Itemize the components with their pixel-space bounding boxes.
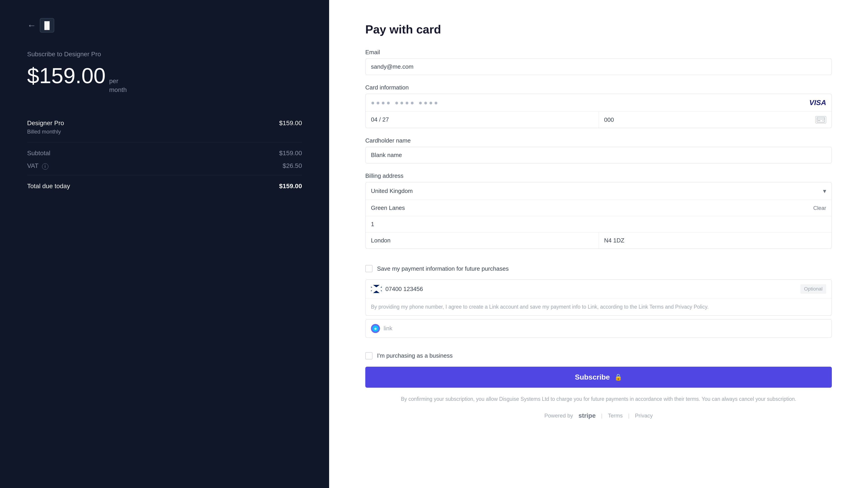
save-payment-label: Save my payment information for future p…	[377, 265, 508, 272]
order-item-amount: $159.00	[279, 120, 302, 127]
privacy-link[interactable]: Privacy	[635, 413, 653, 419]
street-row: Green Lanes Clear	[366, 200, 832, 216]
subscribe-label: Subscribe to Designer Pro	[27, 51, 302, 58]
card-section: Card information ●●●● ●●●● ●●●● VISA 04 …	[365, 84, 832, 128]
back-button[interactable]: ← ▐▌	[27, 18, 302, 33]
card-container: ●●●● ●●●● ●●●● VISA 04 / 27 000	[365, 94, 832, 128]
phone-input[interactable]: 07400 123456	[385, 286, 800, 293]
total-label: Total due today	[27, 183, 70, 190]
footer-row: Powered by stripe | Terms | Privacy	[365, 412, 832, 419]
subscribe-button[interactable]: Subscribe 🔒	[365, 367, 832, 388]
page-title: Pay with card	[365, 23, 832, 36]
link-section[interactable]: ⊕ link	[365, 319, 832, 338]
email-section: Email	[365, 49, 832, 75]
save-payment-row: Save my payment information for future p…	[365, 265, 832, 272]
total-row: Total due today $159.00	[27, 175, 302, 197]
billing-label: Billing address	[365, 172, 832, 180]
vat-row: VAT i $26.50	[27, 160, 302, 171]
svg-rect-1	[817, 119, 825, 120]
cvc-icon	[815, 116, 826, 123]
link-logo-icon: ⊕	[371, 324, 380, 333]
chevron-down-icon: ▾	[823, 187, 826, 195]
country-select[interactable]: United Kingdom ▾	[366, 182, 832, 200]
address-number-row[interactable]: 1	[366, 216, 832, 232]
postcode-input[interactable]: N4 1DZ	[599, 232, 832, 249]
visa-logo: VISA	[809, 98, 826, 107]
price-period: per month	[109, 76, 127, 94]
footer-divider: |	[601, 413, 602, 419]
subtotal-row: Subtotal $159.00	[27, 142, 302, 160]
price-display: $159.00 per month	[27, 63, 302, 94]
terms-link[interactable]: Terms	[608, 413, 622, 419]
email-label: Email	[365, 49, 832, 56]
svg-rect-0	[817, 117, 825, 122]
lock-icon: 🔒	[614, 373, 622, 381]
subtotal-amount: $159.00	[279, 150, 302, 157]
svg-text:⊕: ⊕	[374, 327, 377, 330]
email-input[interactable]	[365, 59, 832, 75]
phone-container: 07400 123456 Optional By providing my ph…	[365, 280, 832, 316]
city-postcode-row: London N4 1DZ	[366, 232, 832, 249]
card-number-row: ●●●● ●●●● ●●●● VISA	[366, 94, 832, 111]
card-cvc-input[interactable]: 000	[599, 111, 832, 128]
price-amount: $159.00	[27, 63, 105, 88]
order-item-name: Designer Pro	[27, 120, 64, 127]
confirmation-text: By confirming your subscription, you all…	[365, 395, 832, 403]
brand-logo: ▐▌	[40, 18, 54, 33]
left-panel: ← ▐▌ Subscribe to Designer Pro $159.00 p…	[0, 0, 329, 488]
stripe-logo: stripe	[579, 412, 596, 419]
vat-info-icon[interactable]: i	[42, 163, 49, 170]
cardholder-section: Cardholder name	[365, 137, 832, 163]
subtotal-label: Subtotal	[27, 150, 51, 157]
city-input[interactable]: London	[366, 232, 599, 249]
powered-by-text: Powered by	[544, 413, 573, 419]
cardholder-input[interactable]	[365, 147, 832, 163]
right-panel: Pay with card Email Card information ●●●…	[329, 0, 868, 488]
optional-badge: Optional	[800, 284, 826, 294]
order-item-info: Designer Pro Billed monthly	[27, 120, 64, 135]
country-value: United Kingdom	[371, 188, 413, 195]
total-amount: $159.00	[279, 183, 302, 190]
cardholder-label: Cardholder name	[365, 137, 832, 144]
save-payment-checkbox[interactable]	[365, 265, 373, 272]
vat-label: VAT i	[27, 162, 49, 170]
vat-amount: $26.50	[283, 162, 302, 170]
street-input[interactable]: Green Lanes	[371, 204, 813, 212]
billing-section: Billing address United Kingdom ▾ Green L…	[365, 172, 832, 249]
address-container: United Kingdom ▾ Green Lanes Clear 1 Lon…	[365, 182, 832, 249]
footer-divider-2: |	[628, 413, 629, 419]
card-bottom-row: 04 / 27 000	[366, 111, 832, 128]
business-label: I'm purchasing as a business	[377, 352, 453, 359]
phone-row: 07400 123456 Optional	[366, 280, 832, 298]
back-arrow-icon[interactable]: ←	[27, 20, 36, 31]
svg-point-3	[823, 120, 824, 121]
svg-rect-2	[817, 120, 820, 121]
card-number-dots[interactable]: ●●●● ●●●● ●●●●	[371, 99, 809, 106]
card-info-label: Card information	[365, 84, 832, 91]
clear-button[interactable]: Clear	[813, 205, 826, 211]
business-checkbox[interactable]	[365, 352, 373, 359]
phone-disclaimer: By providing my phone number, I agree to…	[366, 298, 832, 315]
card-expiry-input[interactable]: 04 / 27	[366, 111, 599, 128]
business-row: I'm purchasing as a business	[365, 352, 832, 359]
order-item-row: Designer Pro Billed monthly $159.00	[27, 112, 302, 142]
order-item-billing: Billed monthly	[27, 129, 64, 135]
link-placeholder: link	[383, 325, 393, 332]
uk-flag-icon	[371, 285, 382, 293]
